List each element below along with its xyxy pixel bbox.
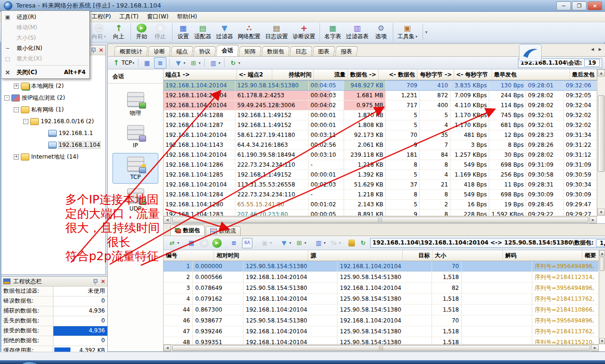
decode-view-button[interactable] — [228, 238, 240, 248]
pin-icon[interactable] — [91, 47, 96, 53]
session-table-header[interactable]: 端点1 -><- 端点2持续时间流量数据包 -><- 数据包每秒字节 -><- … — [164, 69, 597, 80]
tab-scroll-right-icon[interactable]: ▶ — [597, 46, 603, 53]
system-menu-item[interactable]: 最大化(X) — [1, 53, 89, 64]
view-tab[interactable]: 会话 — [216, 45, 239, 56]
session-type-item[interactable]: 物理 — [112, 88, 158, 120]
tree-item[interactable]: 192.168.1.1 — [41, 128, 105, 138]
packet-tab[interactable]: 数据流 — [206, 226, 241, 236]
session-type-item[interactable]: TCP — [112, 153, 158, 184]
scroll-left-icon[interactable]: ◀ — [164, 216, 171, 223]
close-button[interactable]: × — [588, 1, 602, 10]
toolbar-button[interactable]: 日志设置▾ — [263, 23, 290, 41]
packet-horizontal-scrollbar[interactable]: ◀ ||| ▶ — [164, 344, 599, 351]
session-vertical-scrollbar[interactable]: ▲ ▼ — [597, 69, 605, 216]
view-tab[interactable]: 协议 — [193, 46, 216, 56]
session-row[interactable]: 192.168.1.104:20104 58.61.227.19:41180 0… — [164, 130, 597, 140]
session-row[interactable]: 192.168.1.104:1280 65.55.15.241:80 00:01… — [164, 200, 597, 210]
tree-item[interactable]: + Internet地址 (14) — [14, 152, 105, 161]
panel-close-icon[interactable]: × — [99, 47, 104, 53]
toolbar-button[interactable]: 开始▾ — [130, 23, 150, 41]
view-tab[interactable]: 图表 — [312, 46, 335, 56]
list-view-button[interactable] — [154, 57, 166, 68]
locate-button[interactable]: ▾ — [188, 58, 201, 68]
session-row[interactable]: 192.168.1.104:1286 222.73.234.234:110 - … — [164, 160, 597, 170]
lock-button[interactable] — [347, 238, 356, 248]
view-tab[interactable]: 数据包 — [261, 46, 290, 56]
tree-expander-icon[interactable]: - — [23, 119, 28, 124]
scroll-right-icon[interactable]: ▶ — [589, 216, 597, 223]
packet-row[interactable]: 2 0.000566 192.168.1.104:20104 125.90.58… — [164, 272, 599, 283]
endpoint-pair-button[interactable] — [141, 58, 153, 68]
session-row[interactable]: 192.168.1.104:1287 192.168.1.1:49152 00:… — [164, 120, 597, 130]
tab-scroll-left-icon[interactable]: ◀ — [589, 46, 596, 53]
toolbar-button[interactable]: 设置▾ — [172, 23, 192, 41]
hex-view-button[interactable] — [241, 238, 253, 248]
session-row[interactable]: 192.168.1.104:20104 125.90.58.154:51380 … — [164, 80, 597, 91]
copy-button[interactable]: ▾ — [259, 238, 273, 248]
scrollbar-thumb[interactable] — [600, 257, 605, 271]
pin-icon[interactable] — [93, 279, 98, 285]
toolbar-button[interactable]: 网络配置▾ — [235, 23, 263, 41]
system-menu-item[interactable]: 还原(R) — [1, 12, 89, 22]
session-row[interactable]: 192.168.1.104:1288 192.168.1.1:49152 00:… — [164, 110, 597, 120]
scrollbar-thumb[interactable] — [598, 95, 605, 172]
protocol-filter-dropdown[interactable]: TCP▾ — [111, 58, 135, 68]
packet-row[interactable]: 44 0.867300 192.168.1.104:20104 125.90.5… — [164, 305, 599, 315]
adapter-view-button[interactable] — [186, 238, 197, 248]
scrollbar-thumb[interactable]: ||| — [172, 345, 590, 351]
windows-taskbar[interactable] — [0, 360, 605, 364]
app-icon[interactable] — [4, 1, 12, 10]
packet-table-header[interactable]: 编号相对时间源目标大小解码概要 — [164, 250, 599, 261]
relative-time-button[interactable]: ▾ — [328, 238, 342, 248]
columns-button[interactable]: ▾ — [207, 58, 221, 68]
packet-row[interactable]: 46 0.938677 125.90.58.154:51380 192.168.… — [164, 315, 599, 326]
scroll-down-icon[interactable]: ▼ — [599, 338, 605, 344]
export-button[interactable]: ▾ — [166, 238, 180, 248]
view-tab[interactable]: 诊断 — [148, 46, 171, 56]
scroll-down-icon[interactable]: ▼ — [597, 209, 605, 216]
session-row[interactable]: 192.168.1.104:20104 61.190.39.58:18494 0… — [164, 150, 597, 160]
session-type-item[interactable]: UDP — [112, 185, 158, 215]
restore-button[interactable]: ❐ — [572, 1, 587, 10]
scroll-right-icon[interactable]: ▶ — [591, 345, 599, 351]
session-row[interactable]: 192.168.1.104:1143 64.4.34.216:1863 00:0… — [164, 140, 597, 150]
refresh-button[interactable]: ▾ — [227, 58, 241, 68]
system-menu-item[interactable]: 最小化(N) — [1, 43, 89, 53]
toolbar-button[interactable]: 过滤器表▾ — [344, 23, 371, 41]
packet-row[interactable]: 3 0.078649 125.90.58.154:51380 192.168.1… — [164, 283, 599, 294]
colasoft-logo[interactable] — [519, 44, 542, 62]
scroll-up-icon[interactable]: ▲ — [597, 69, 605, 76]
scrollbar-thumb[interactable]: ||| — [172, 217, 588, 223]
view-tab[interactable]: 报表 — [335, 46, 358, 56]
packet-row[interactable]: 47 0.939246 192.168.1.104:20104 125.90.5… — [164, 326, 599, 337]
tree-expander-icon[interactable]: + — [14, 154, 19, 160]
view-tab[interactable]: 矩阵 — [239, 46, 261, 56]
system-menu-item[interactable]: 移动(M) — [1, 22, 89, 33]
columns-button[interactable]: ▾ — [313, 238, 327, 248]
menu-item[interactable]: 工程(P) — [87, 12, 115, 22]
tree-expander-icon[interactable]: + — [14, 84, 19, 89]
panel-close-icon[interactable]: × — [101, 279, 105, 284]
packet-row[interactable]: 4 0.079162 192.168.1.104:20104 125.90.58… — [164, 294, 599, 305]
prev-packet-button[interactable] — [199, 238, 210, 248]
session-row[interactable]: 192.168.1.104:20104 113.31.35.53:26558 0… — [164, 180, 597, 190]
tree-item[interactable]: - 192.168.0.0/16 (2) — [23, 117, 105, 126]
tree-item[interactable]: + 本地网段 (2) — [14, 81, 105, 91]
menu-item[interactable]: 工具(T) — [115, 12, 143, 22]
session-type-item[interactable]: IP — [112, 121, 158, 152]
toolbar-button[interactable]: 诊断设置▾ — [290, 23, 318, 41]
toolbar-button[interactable]: 过滤器▾ — [214, 23, 235, 41]
view-tab[interactable]: 端点 — [171, 46, 193, 56]
menu-item[interactable]: 帮助(H) — [173, 12, 201, 22]
tree-item[interactable]: - 私有网络 (1) — [14, 105, 105, 114]
minimize-button[interactable]: ─ — [556, 1, 571, 10]
next-packet-button[interactable] — [211, 238, 223, 248]
view-tab[interactable]: 日志 — [290, 46, 312, 56]
toolbar-button[interactable]: 选项▾ — [371, 23, 391, 41]
toolbar-button[interactable]: 向前▾ — [89, 23, 109, 41]
session-row[interactable]: 192.168.1.104:20104 59.49.245.128:3006 0… — [164, 101, 597, 110]
toolbar-button[interactable]: 工具集▾ — [393, 23, 420, 41]
add-filter-button[interactable]: ▾ — [173, 58, 186, 68]
toolbar-button[interactable]: 名字表▾ — [320, 23, 344, 41]
tree-expander-icon[interactable]: - — [14, 107, 19, 112]
